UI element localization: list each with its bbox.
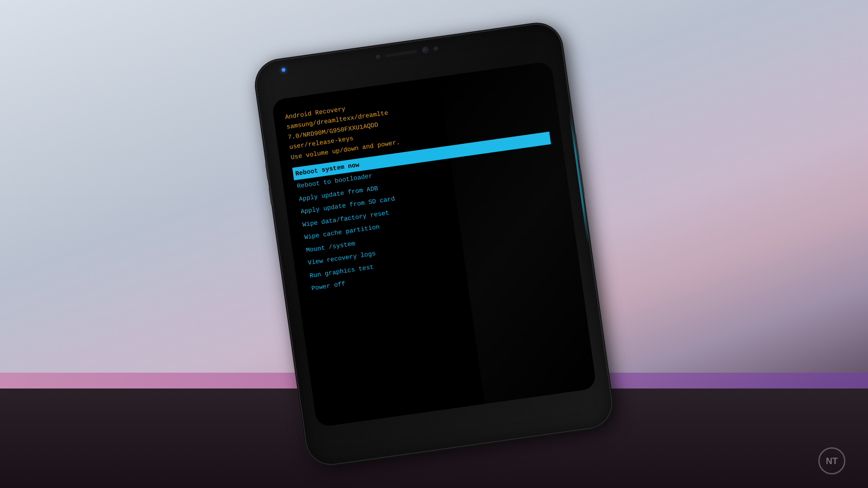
sensor-dot-2: [434, 46, 438, 51]
sensor-dot: [376, 54, 380, 59]
phone-body: Android Recovery samsung/dreamltexx/drea…: [254, 21, 615, 467]
screen-content: Android Recovery samsung/dreamltexx/drea…: [271, 61, 597, 427]
phone: Android Recovery samsung/dreamltexx/drea…: [254, 21, 615, 467]
top-camera-area: [376, 45, 439, 60]
front-camera: [422, 46, 429, 53]
front-speaker: [385, 49, 417, 57]
led-indicator: [282, 68, 286, 72]
phone-screen: Android Recovery samsung/dreamltexx/drea…: [271, 61, 597, 427]
nt-watermark: NT: [818, 447, 845, 474]
